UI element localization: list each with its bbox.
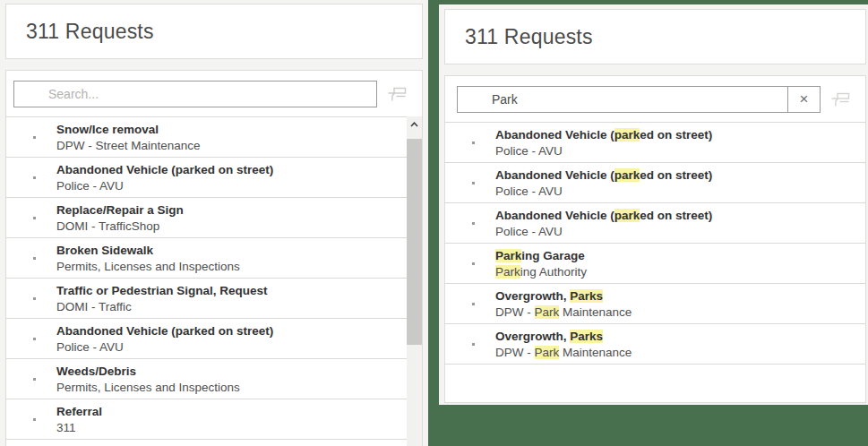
list-item[interactable]: Overgrowth, ParksDPW - Park Maintenance bbox=[445, 284, 865, 324]
item-subtitle: Permits, Licenses and Inspections bbox=[56, 380, 240, 395]
bullet-dot-icon bbox=[472, 343, 475, 346]
bullet-dot-icon bbox=[33, 338, 36, 340]
list-item[interactable]: Abandoned Vehicle (parked on street)Poli… bbox=[445, 163, 865, 203]
bullet-dot-icon bbox=[472, 303, 475, 305]
item-subtitle: DOMI - Traffic bbox=[56, 299, 268, 314]
list-item[interactable]: Abandoned Vehicle (parked on street)Poli… bbox=[445, 123, 865, 163]
scrollbar-thumb[interactable] bbox=[407, 139, 422, 345]
plain-text: ed on street) bbox=[640, 168, 712, 182]
bullet-dot-icon bbox=[472, 142, 475, 144]
plain-text: DPW - bbox=[495, 305, 535, 319]
results-list-left: Snow/Ice removalDPW - Street Maintenance… bbox=[6, 116, 407, 440]
plain-text: Overgrowth, bbox=[495, 330, 570, 343]
item-title: Abandoned Vehicle (parked on street) bbox=[495, 167, 712, 184]
bullet-dot-icon bbox=[33, 297, 36, 300]
bullet-dot-icon bbox=[33, 257, 36, 260]
highlighted-match-text: park bbox=[614, 128, 640, 142]
requests-widget-unfiltered: 311 Requests Snow/Ice removalDPW - Stree… bbox=[0, 0, 428, 446]
list-item[interactable]: Snow/Ice removalDPW - Street Maintenance bbox=[6, 117, 407, 158]
bullet-dot-icon bbox=[472, 262, 475, 265]
highlighted-match-text: park bbox=[614, 209, 640, 222]
filter-button[interactable] bbox=[821, 86, 860, 113]
plain-text: Abandoned Vehicle ( bbox=[495, 128, 614, 142]
item-title: Referral bbox=[56, 404, 102, 420]
plain-text: ed on street) bbox=[640, 209, 712, 222]
search-row bbox=[6, 71, 422, 116]
item-title: Abandoned Vehicle (parked on street) bbox=[495, 127, 712, 143]
filter-list-card: Snow/Ice removalDPW - Street Maintenance… bbox=[5, 70, 423, 446]
plain-text: Abandoned Vehicle ( bbox=[495, 168, 614, 182]
clear-search-button[interactable]: × bbox=[787, 87, 820, 112]
plain-text: Police - AVU bbox=[495, 144, 563, 158]
item-subtitle: 311 bbox=[56, 420, 102, 435]
item-subtitle: Police - AVU bbox=[495, 224, 712, 239]
item-title: Abandoned Vehicle (parked on street) bbox=[495, 208, 712, 224]
bullet-dot-icon bbox=[33, 418, 36, 421]
bullet-dot-icon bbox=[472, 222, 475, 225]
item-subtitle: DPW - Park Maintenance bbox=[495, 304, 632, 320]
item-title: Overgrowth, Parks bbox=[495, 329, 632, 345]
plain-text: Maintenance bbox=[559, 305, 632, 319]
filter-icon bbox=[830, 92, 850, 107]
search-box: × bbox=[457, 86, 821, 113]
plain-text: Police - AVU bbox=[495, 184, 563, 198]
bullet-dot-icon bbox=[472, 182, 475, 184]
item-title: Traffic or Pedestrian Signal, Request bbox=[56, 283, 268, 299]
item-subtitle: Permits, Licenses and Inspections bbox=[56, 259, 240, 274]
bullet-dot-icon bbox=[33, 217, 36, 219]
plain-text: ing Garage bbox=[521, 249, 585, 262]
item-subtitle: Parking Authority bbox=[495, 264, 587, 279]
item-title: Abandoned Vehicle (parked on street) bbox=[56, 323, 273, 339]
highlighted-match-text: Park bbox=[535, 346, 560, 359]
scroll-up-button[interactable] bbox=[407, 116, 422, 132]
item-subtitle: Police - AVU bbox=[495, 184, 712, 199]
filter-list-card: × Abandoned Vehicle (parked on street)Po… bbox=[444, 75, 866, 403]
item-title: Snow/Ice removal bbox=[56, 122, 201, 138]
item-title: Overgrowth, Parks bbox=[495, 288, 632, 304]
highlighted-match-text: Park bbox=[495, 249, 521, 262]
item-subtitle: Police - AVU bbox=[56, 178, 273, 193]
list-item[interactable]: Abandoned Vehicle (parked on street)Poli… bbox=[6, 158, 407, 198]
item-title: Weeds/Debris bbox=[56, 364, 240, 380]
item-title: Replace/Repair a Sign bbox=[56, 202, 184, 219]
widget-header: 311 Requests bbox=[444, 9, 866, 64]
bullet-dot-icon bbox=[33, 378, 36, 381]
list-item[interactable]: Weeds/DebrisPermits, Licenses and Inspec… bbox=[6, 359, 407, 399]
list-item[interactable]: Broken SidewalkPermits, Licenses and Ins… bbox=[6, 238, 407, 279]
highlighted-match-text: Parks bbox=[570, 289, 603, 303]
list-item[interactable]: Replace/Repair a SignDOMI - TrafficShop bbox=[6, 198, 407, 238]
search-input[interactable] bbox=[14, 81, 376, 107]
filter-icon bbox=[387, 87, 407, 102]
close-icon: × bbox=[800, 90, 809, 108]
item-title: Abandoned Vehicle (parked on street) bbox=[56, 162, 273, 178]
plain-text: Overgrowth, bbox=[495, 289, 570, 303]
plain-text: ed on street) bbox=[640, 128, 712, 142]
list-item[interactable]: Parking GarageParking Authority bbox=[445, 244, 865, 284]
list-item[interactable]: Referral311 bbox=[6, 399, 407, 440]
search-input[interactable] bbox=[458, 87, 787, 112]
plain-text: ing Authority bbox=[520, 265, 587, 279]
plain-text: Maintenance bbox=[559, 346, 632, 359]
item-title: Broken Sidewalk bbox=[56, 243, 240, 259]
plain-text: DPW - bbox=[495, 346, 535, 359]
highlighted-match-text: park bbox=[614, 168, 640, 182]
item-subtitle: DPW - Street Maintenance bbox=[56, 138, 201, 153]
item-subtitle: Police - AVU bbox=[495, 143, 712, 159]
highlighted-match-text: Parks bbox=[570, 330, 603, 343]
item-subtitle: DOMI - TrafficShop bbox=[56, 219, 184, 234]
scrollbar[interactable] bbox=[407, 116, 422, 446]
results-list-right: Abandoned Vehicle (parked on street)Poli… bbox=[445, 122, 865, 365]
bullet-dot-icon bbox=[33, 176, 36, 179]
page-title: 311 Requests bbox=[6, 20, 154, 44]
plain-text: Abandoned Vehicle ( bbox=[495, 209, 614, 222]
list-item[interactable]: Abandoned Vehicle (parked on street)Poli… bbox=[6, 319, 407, 359]
page-title: 311 Requests bbox=[445, 25, 593, 49]
requests-widget-filtered: 311 Requests × Abandoned Vehicle (pa bbox=[439, 4, 868, 405]
filter-button[interactable] bbox=[377, 81, 417, 107]
list-item[interactable]: Traffic or Pedestrian Signal, RequestDOM… bbox=[6, 279, 407, 319]
list-item[interactable]: Abandoned Vehicle (parked on street)Poli… bbox=[445, 203, 865, 244]
search-row: × bbox=[445, 76, 865, 122]
item-subtitle: Police - AVU bbox=[56, 339, 273, 355]
list-item[interactable]: Overgrowth, ParksDPW - Park Maintenance bbox=[445, 324, 865, 365]
highlighted-match-text: Park bbox=[535, 305, 560, 319]
